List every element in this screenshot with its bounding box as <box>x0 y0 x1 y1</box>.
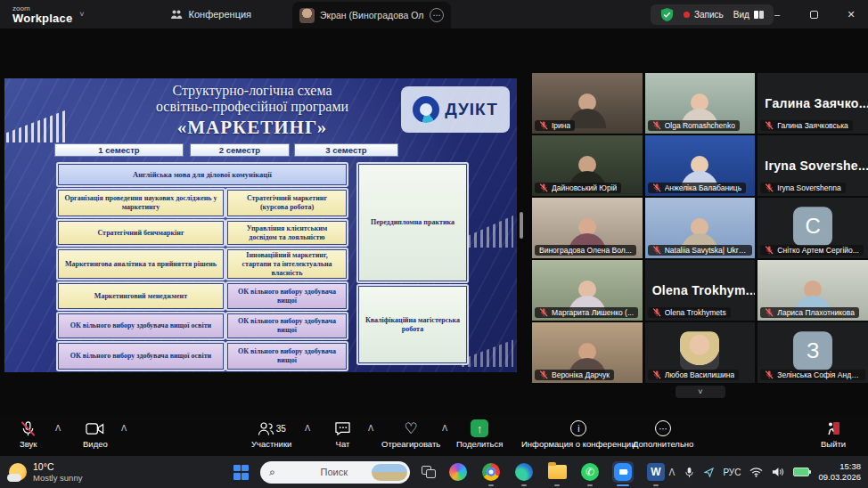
start-button[interactable] <box>233 465 249 480</box>
participant-tile[interactable]: Анжеліка Балабаниць <box>645 135 756 196</box>
whatsapp-icon[interactable]: ✆ <box>579 461 601 483</box>
participant-tile[interactable]: CСнітко Артем Сергійо... <box>757 198 868 258</box>
participant-tile[interactable]: Маргарита Лишенко (... <box>532 260 643 321</box>
volume-icon[interactable] <box>772 467 784 477</box>
participants-options-chevron[interactable]: ᐱ <box>305 424 310 433</box>
zoom-app-icon[interactable] <box>612 461 634 483</box>
participant-grid: ІринаOlga RomashchenkoГалина Заячко...Га… <box>532 73 868 383</box>
participant-tile[interactable]: Галина Заячко...Галина Заячковська <box>757 73 868 134</box>
mic-muted-icon <box>652 308 661 317</box>
letter-avatar: З <box>793 331 832 370</box>
participants-count: 35 <box>276 424 286 434</box>
video-options-chevron[interactable]: ᐱ <box>121 424 127 433</box>
participant-tile[interactable]: Виноградова Олена Вол... <box>532 198 643 258</box>
participant-tile[interactable]: Iryna Sovershe...Iryna Sovershenna <box>757 135 868 196</box>
tab-meeting[interactable]: Конференция <box>170 9 251 20</box>
language-indicator[interactable]: РУС <box>723 468 741 477</box>
close-button[interactable]: ✕ <box>843 9 859 20</box>
audio-options-chevron[interactable]: ᐱ <box>55 424 61 433</box>
participant-tile[interactable]: Дайновський Юрій <box>532 135 643 196</box>
participant-tile[interactable]: Лариса Плахотникова <box>757 260 868 321</box>
participant-name-label: Ірина <box>535 120 575 131</box>
edge-icon[interactable] <box>513 461 535 483</box>
course-cell: ОК вільного вибору здобувача вищої <box>227 343 347 370</box>
meeting-info-button[interactable]: i Информация о конференции <box>521 419 636 449</box>
participant-name: Дайновський Юрій <box>552 183 617 192</box>
participants-button[interactable]: 35 Участники <box>251 419 291 449</box>
participant-name-label: Снітко Артем Сергійо... <box>760 245 864 256</box>
participant-name-label: Вероніка Дарчук <box>535 370 614 380</box>
participant-tile[interactable]: Olena Trokhym...Olena Trokhymets <box>645 260 756 321</box>
search-highlight-image <box>372 464 407 481</box>
security-shield-icon[interactable] <box>660 8 674 21</box>
file-explorer-icon[interactable] <box>546 461 568 483</box>
chevron-down-icon: ˅ <box>79 10 84 19</box>
windows-taskbar: 10°C Mostly sunny ⌕ Поиск ✆ W ᐱ <box>0 456 868 488</box>
weather-temperature: 10°C <box>33 461 82 473</box>
info-icon: i <box>570 420 586 436</box>
semester-1-2-columns: Англійська мова для ділової комунікації … <box>58 164 347 370</box>
participant-tile[interactable]: ЗЗелінська Софія Андр... <box>757 322 868 383</box>
recording-indicator[interactable]: Запись <box>684 10 724 20</box>
react-options-chevron[interactable]: ᐱ <box>442 424 447 433</box>
chrome-icon[interactable] <box>480 461 502 483</box>
collapse-gallery-button[interactable]: ˅ <box>676 386 725 398</box>
clock[interactable]: 15:38 09.03.2026 <box>818 461 861 483</box>
chat-options-chevron[interactable]: ᐱ <box>368 424 373 433</box>
participant-name: Ірина <box>552 121 570 130</box>
chat-button[interactable]: Чат <box>334 419 351 449</box>
participant-tile[interactable]: Вероніка Дарчук <box>532 322 643 383</box>
share-screen-icon: ↑ <box>471 419 488 437</box>
course-cell: Маркетинговий менеджмент <box>58 283 224 309</box>
audio-button[interactable]: Звук <box>20 419 37 449</box>
copilot-icon[interactable] <box>447 461 469 483</box>
participant-tile[interactable]: Nataliia Savytska| Ukra... <box>645 198 756 258</box>
view-button[interactable]: Вид <box>733 10 764 20</box>
slide-title: Структурно-логічна схема освітньо-профес… <box>101 83 404 138</box>
maximize-button[interactable] <box>810 11 818 19</box>
participant-name-label: Olga Romashchenko <box>648 120 740 131</box>
mic-status-icon[interactable] <box>684 467 695 478</box>
hidden-icons-chevron[interactable]: ᐱ <box>669 468 676 477</box>
zoom-workplace-brand[interactable]: zoom Workplace ˅ <box>12 5 85 24</box>
participant-name-label: Галина Заячковська <box>760 120 853 131</box>
participant-tile[interactable]: Olga Romashchenko <box>645 73 756 134</box>
location-icon <box>704 468 714 477</box>
participant-tile[interactable]: Любов Василишина <box>645 322 756 383</box>
task-view-button[interactable] <box>422 466 436 478</box>
participant-name: Виноградова Олена Вол... <box>539 246 632 255</box>
tab-more-icon[interactable]: ⋯ <box>430 8 444 22</box>
duikt-logo: ДУІКТ <box>401 86 510 133</box>
ellipsis-icon: ⋯ <box>655 420 671 436</box>
wifi-icon[interactable] <box>749 467 763 477</box>
word-icon[interactable]: W <box>645 461 667 483</box>
participant-name: Снітко Артем Сергійо... <box>777 246 859 255</box>
participant-name-label: Маргарита Лишенко (... <box>535 307 638 318</box>
people-icon <box>170 9 183 20</box>
taskbar-search[interactable]: ⌕ Поиск <box>260 461 410 484</box>
weather-icon <box>9 463 27 481</box>
course-cell: Маркетингова аналітика та прийняття ріше… <box>58 249 224 279</box>
participant-name-label: Iryna Sovershenna <box>760 183 845 193</box>
tab-shared-screen[interactable]: Экран (Виноградова Олена Волс ⋯ <box>292 2 451 28</box>
battery-icon[interactable] <box>793 468 809 476</box>
course-cell: ОК вільного вибору здобувача вищої освіт… <box>58 313 224 338</box>
duikt-logo-text: ДУІКТ <box>445 100 498 119</box>
react-button[interactable]: ♡ Отреагировать <box>381 419 440 449</box>
scrollbar-thumb[interactable] <box>520 212 523 239</box>
avatar <box>299 8 315 23</box>
participant-name: Nataliia Savytska| Ukra... <box>665 246 749 255</box>
more-button[interactable]: ⋯ Дополнительно <box>633 419 693 449</box>
minimize-button[interactable]: – <box>769 9 785 20</box>
video-button[interactable]: Видео <box>83 419 108 449</box>
participant-name: Зелінська Софія Андр... <box>777 370 861 379</box>
mic-muted-icon <box>765 183 774 192</box>
participant-name: Анжеліка Балабаниць <box>665 183 741 192</box>
participant-name: Любов Василишина <box>665 370 735 379</box>
participant-tile[interactable]: Ірина <box>532 73 643 134</box>
participant-name-label: Виноградова Олена Вол... <box>535 245 636 256</box>
leave-button[interactable]: Выйти <box>821 419 846 449</box>
semester-headers: 1 семестр2 семестр3 семестр <box>4 143 517 158</box>
weather-widget[interactable]: 10°C Mostly sunny <box>9 461 82 483</box>
share-button[interactable]: ↑ Поделиться <box>456 419 503 449</box>
